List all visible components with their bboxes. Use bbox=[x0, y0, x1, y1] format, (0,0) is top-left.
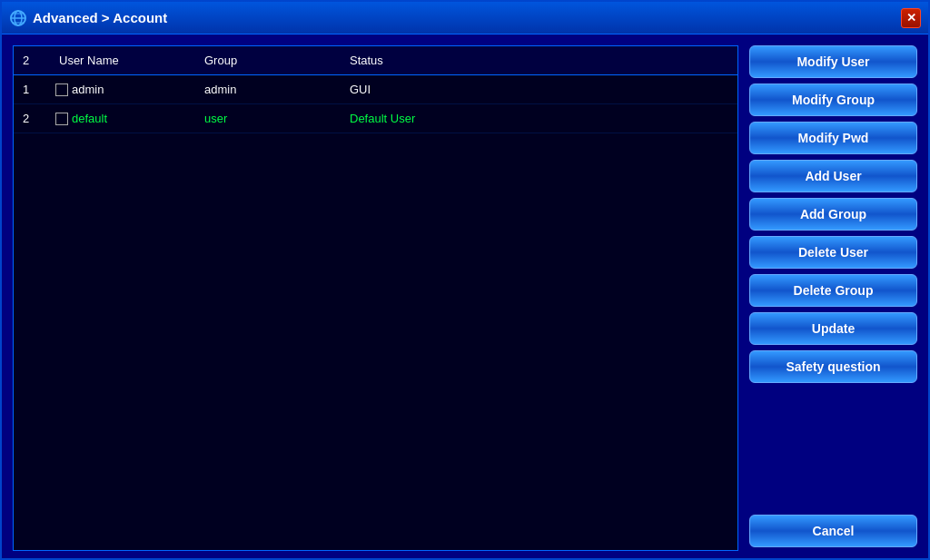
row1-checkbox[interactable] bbox=[55, 84, 68, 96]
row2-checkbox[interactable] bbox=[55, 113, 68, 125]
table-header: 2 User Name Group Status bbox=[14, 46, 737, 75]
row2-name-cell: default bbox=[54, 110, 199, 127]
row2-status: Default User bbox=[344, 110, 734, 127]
sidebar: Modify User Modify Group Modify Pwd Add … bbox=[749, 45, 917, 551]
add-user-button[interactable]: Add User bbox=[749, 160, 917, 192]
bottom-bar: Cancel bbox=[749, 515, 917, 547]
table-row[interactable]: 1 admin admin GUI bbox=[14, 75, 737, 104]
row2-name: default bbox=[72, 112, 107, 125]
title-text: Advanced > Account bbox=[33, 10, 167, 25]
col-status: Status bbox=[344, 52, 734, 69]
add-group-button[interactable]: Add Group bbox=[749, 198, 917, 231]
col-group: Group bbox=[199, 52, 344, 69]
update-button[interactable]: Update bbox=[749, 312, 917, 345]
row1-status: GUI bbox=[344, 81, 734, 98]
cancel-button[interactable]: Cancel bbox=[749, 515, 917, 547]
close-button[interactable]: ✕ bbox=[901, 8, 921, 28]
safety-question-button[interactable]: Safety question bbox=[749, 350, 917, 383]
table-panel: 2 User Name Group Status 1 admin admin G… bbox=[13, 45, 738, 551]
main-window: Advanced > Account ✕ 2 User Name Group S… bbox=[0, 0, 930, 560]
row1-group: admin bbox=[199, 81, 344, 98]
row2-num: 2 bbox=[17, 110, 54, 127]
row1-name-cell: admin bbox=[54, 81, 199, 98]
row1-num: 1 bbox=[17, 81, 54, 98]
table-body: 1 admin admin GUI 2 default user bbox=[14, 75, 737, 550]
delete-user-button[interactable]: Delete User bbox=[749, 236, 917, 269]
table-row[interactable]: 2 default user Default User bbox=[14, 104, 737, 133]
modify-user-button[interactable]: Modify User bbox=[749, 45, 917, 78]
delete-group-button[interactable]: Delete Group bbox=[749, 274, 917, 307]
title-left: Advanced > Account bbox=[9, 9, 167, 27]
modify-group-button[interactable]: Modify Group bbox=[749, 84, 917, 116]
modify-pwd-button[interactable]: Modify Pwd bbox=[749, 122, 917, 154]
globe-icon bbox=[9, 9, 27, 27]
row1-name: admin bbox=[72, 83, 104, 96]
row2-group: user bbox=[199, 110, 344, 127]
col-num: 2 bbox=[17, 52, 54, 69]
content-area: 2 User Name Group Status 1 admin admin G… bbox=[2, 34, 928, 560]
title-bar: Advanced > Account ✕ bbox=[2, 2, 928, 34]
col-username: User Name bbox=[54, 52, 199, 69]
